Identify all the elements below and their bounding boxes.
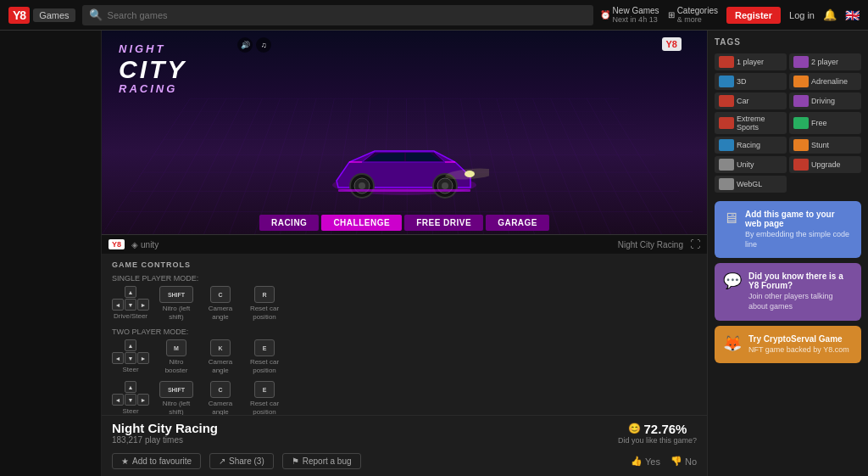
tag-item[interactable]: Adrenaline	[789, 73, 861, 90]
flag-report-icon: ⚑	[292, 456, 299, 466]
game-name-bar: Night City Racing	[165, 240, 683, 249]
search-icon: 🔍	[89, 8, 103, 21]
categories-sub: & more	[677, 15, 718, 24]
p2-left: ◄	[112, 394, 124, 406]
tag-item[interactable]: Stunt	[789, 137, 861, 154]
tag-label: 3D	[737, 77, 747, 86]
flag-icon[interactable]: 🇬🇧	[845, 8, 860, 22]
tag-thumb	[793, 95, 809, 107]
shift-p2-label: Nitro (left shift)	[159, 400, 193, 415]
tag-item[interactable]: Racing	[715, 137, 787, 154]
promo-icon-forum: 💬	[723, 272, 742, 290]
tag-item[interactable]: 2 player	[789, 53, 861, 70]
tag-label: 2 player	[811, 58, 838, 66]
search-bar: 🔍	[82, 5, 593, 25]
key-k: K Camera angle	[203, 339, 237, 374]
promo-title-embed: Add this game to your web page	[745, 210, 853, 228]
add-favourite-button[interactable]: ★ Add to favourite	[112, 453, 201, 469]
tab-garage[interactable]: GARAGE	[486, 215, 549, 231]
svg-rect-9	[338, 189, 470, 192]
search-input[interactable]	[108, 10, 587, 20]
p2-arrow-cluster: ▲ ◄ ▼ ►	[112, 381, 149, 406]
tag-label: Free	[811, 119, 827, 127]
tag-thumb	[719, 95, 734, 107]
register-button[interactable]: Register	[726, 7, 781, 24]
tag-item[interactable]: Upgrade	[789, 156, 861, 173]
share-icon: ↗	[219, 456, 225, 466]
e-p2-label: Reset car position	[248, 400, 281, 415]
single-player-label: SINGLE PLAYER MODE:	[112, 274, 697, 283]
tag-item[interactable]: 3D	[715, 73, 787, 90]
report-button[interactable]: ⚑ Report a bug	[282, 453, 361, 469]
main-layout: NIGHT CITY RACING 🔊 ♫ Y8	[0, 31, 868, 476]
promo-card-crypto[interactable]: 🦊 Try CryptoServal Game NFT game backed …	[715, 326, 861, 364]
game-title-overlay: NIGHT CITY RACING	[119, 43, 186, 96]
sound-icon[interactable]: 🔊	[237, 37, 253, 53]
key-p1-steer: ▲ ◄ ▼ ► Steer	[112, 339, 149, 374]
up-arrow: ▲	[125, 286, 136, 298]
new-games-icon: ⏰	[600, 10, 610, 20]
music-icon[interactable]: ♫	[256, 37, 271, 53]
thumbs-row: 👍 Yes 👎 No	[631, 456, 697, 467]
new-games-sub: Next in 4h 13	[613, 15, 659, 24]
tag-thumb	[793, 139, 809, 151]
tag-item[interactable]: Extreme Sports	[715, 112, 787, 134]
tag-thumb	[793, 159, 809, 171]
new-games-nav[interactable]: ⏰ New Games Next in 4h 13	[600, 6, 659, 24]
games-button[interactable]: Games	[33, 8, 75, 22]
share-button[interactable]: ↗ Share (3)	[209, 453, 274, 469]
c-p2-key-icon: C	[210, 381, 231, 398]
game-area: NIGHT CITY RACING 🔊 ♫ Y8	[102, 31, 707, 254]
unity-text: unity	[141, 240, 159, 249]
fullscreen-button[interactable]: ⛶	[690, 238, 700, 250]
promo-card-forum[interactable]: 💬 Did you know there is a Y8 Forum? Join…	[715, 263, 861, 320]
tag-item[interactable]: WebGL	[715, 176, 787, 193]
key-p2-steer: ▲ ◄ ▼ ► Steer	[112, 381, 149, 415]
tag-label: Car	[737, 97, 749, 105]
promo-icon-crypto: 🦊	[723, 334, 742, 353]
tag-item[interactable]: Car	[715, 92, 787, 109]
thumbs-down-button[interactable]: 👎 No	[670, 456, 697, 467]
c-label: Camera angle	[203, 305, 237, 321]
login-button[interactable]: Log in	[789, 10, 815, 20]
tag-item[interactable]: Free	[789, 112, 861, 134]
game-bottom-bar: Y8 ◈ unity Night City Racing ⛶	[102, 234, 707, 254]
categories-icon: ⊞	[668, 10, 675, 20]
key-r: R Reset car position	[248, 286, 281, 321]
game-title-city: CITY	[119, 55, 186, 83]
tag-item[interactable]: Unity	[715, 156, 787, 173]
k-label: Camera angle	[203, 358, 237, 374]
tab-racing[interactable]: RACING	[259, 215, 319, 231]
r-key-icon: R	[254, 286, 275, 303]
p1-up: ▲	[125, 339, 136, 351]
bell-icon[interactable]: 🔔	[823, 8, 837, 21]
key-arrows: ▲ ◄ ▼ ► Drive/Steer	[112, 286, 149, 321]
arrow-cluster-icon: ▲ ◄ ▼ ►	[112, 286, 149, 311]
game-frame[interactable]: NIGHT CITY RACING 🔊 ♫ Y8	[102, 31, 707, 234]
rating-percent: 72.76%	[644, 422, 687, 436]
p2-steer-label: Steer	[122, 407, 138, 415]
game-info-row: Night City Racing 183,217 play times 😊 7…	[102, 415, 707, 450]
game-controls-section: GAME CONTROLS SINGLE PLAYER MODE: ▲ ◄ ▼ …	[102, 254, 707, 415]
categories-nav[interactable]: ⊞ Categories & more	[668, 6, 718, 24]
tag-label: Stunt	[811, 141, 829, 149]
svg-point-6	[442, 182, 448, 189]
tag-item[interactable]: Driving	[789, 92, 861, 109]
thumbs-up-icon: 👍	[631, 456, 643, 467]
shift-p2-key-icon: SHIFT	[159, 381, 193, 398]
tag-thumb	[719, 139, 734, 151]
two-player-controls-p2: ▲ ◄ ▼ ► Steer SHIFT Nitro (left shift) C…	[112, 381, 697, 415]
tag-item[interactable]: 1 player	[715, 53, 787, 70]
rating-section: 😊 72.76% Did you like this game?	[618, 422, 697, 445]
tab-free-drive[interactable]: FREE DRIVE	[404, 215, 483, 231]
p2-up: ▲	[125, 381, 136, 393]
m-key-icon: M	[166, 339, 186, 356]
key-m: M Nitro booster	[159, 339, 193, 374]
thumbs-up-button[interactable]: 👍 Yes	[631, 456, 660, 467]
promo-card-embed[interactable]: 🖥 Add this game to your web page By embe…	[715, 201, 861, 258]
promo-title-crypto: Try CryptoServal Game	[748, 334, 853, 344]
y8-logo[interactable]: Y8	[8, 7, 30, 24]
car-svg	[320, 130, 489, 206]
promo-title-forum: Did you know there is a Y8 Forum?	[748, 272, 853, 290]
tab-challenge[interactable]: CHALLENGE	[321, 215, 402, 231]
